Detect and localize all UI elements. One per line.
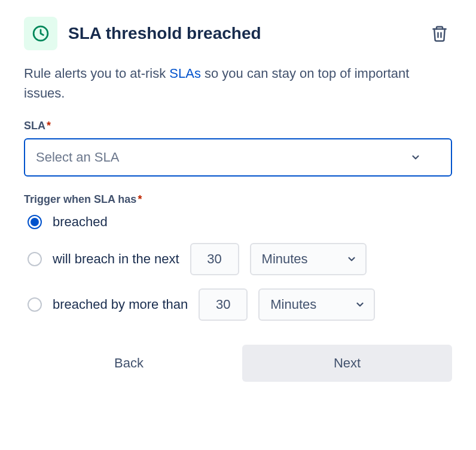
will-breach-unit-select[interactable]: Minutes	[250, 243, 367, 275]
config-header: SLA threshold breached	[24, 17, 452, 50]
trigger-field-label: Trigger when SLA has*	[24, 193, 452, 206]
chevron-down-icon	[355, 299, 365, 310]
trash-icon	[431, 25, 448, 42]
page-title: SLA threshold breached	[68, 24, 416, 43]
will-breach-value-input[interactable]	[190, 243, 239, 275]
radio-breached-by[interactable]	[28, 297, 42, 312]
breached-by-unit-select[interactable]: Minutes	[258, 288, 375, 321]
delete-button[interactable]	[427, 21, 452, 46]
sla-label-text: SLA	[24, 120, 45, 132]
radio-label-breached-by: breached by more than	[53, 297, 188, 312]
radio-will-breach[interactable]	[28, 252, 42, 266]
desc-before: Rule alerts you to at-risk	[24, 66, 169, 81]
trigger-label-text: Trigger when SLA has	[24, 193, 136, 205]
slas-link[interactable]: SLAs	[169, 66, 201, 81]
radio-label-breached: breached	[53, 214, 108, 230]
sla-select[interactable]: Select an SLA	[24, 138, 452, 177]
required-asterisk: *	[47, 120, 51, 132]
description-text: Rule alerts you to at-risk SLAs so you c…	[24, 63, 452, 103]
required-asterisk: *	[138, 193, 142, 205]
footer-actions: Back Next	[24, 345, 452, 382]
next-button[interactable]: Next	[242, 345, 452, 382]
breached-by-unit-text: Minutes	[270, 297, 316, 312]
radio-row-breached-by: breached by more than Minutes	[24, 288, 452, 321]
back-button[interactable]: Back	[24, 345, 234, 382]
radio-breached[interactable]	[28, 215, 42, 229]
clock-icon-badge	[24, 17, 57, 50]
breached-by-value-input[interactable]	[199, 288, 248, 321]
radio-row-will-breach: will breach in the next Minutes	[24, 243, 452, 275]
will-breach-unit-text: Minutes	[262, 251, 308, 267]
radio-row-breached: breached	[24, 214, 452, 230]
chevron-down-icon	[346, 254, 357, 264]
sla-select-placeholder: Select an SLA	[36, 150, 119, 165]
chevron-down-icon	[410, 152, 421, 163]
clock-icon	[32, 25, 50, 42]
radio-label-will-breach: will breach in the next	[53, 251, 179, 267]
trigger-radio-group: breached will breach in the next Minutes…	[24, 214, 452, 321]
sla-field-label: SLA*	[24, 120, 452, 132]
